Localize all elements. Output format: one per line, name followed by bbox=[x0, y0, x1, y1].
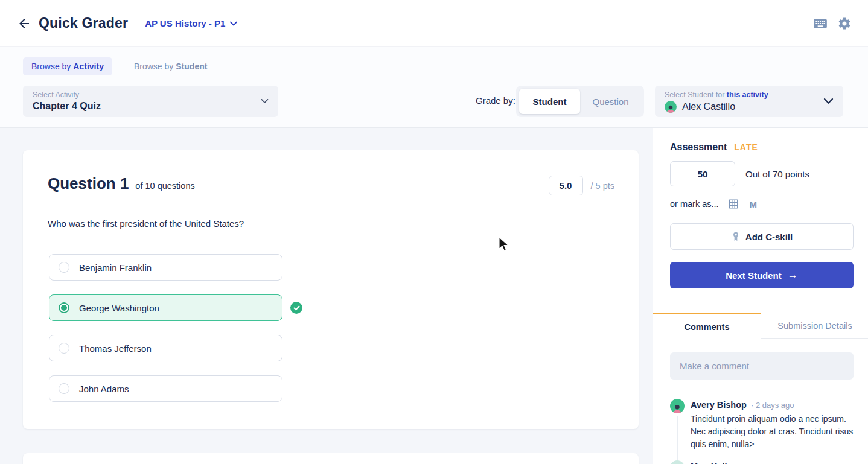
select-activity-label: Select Activity bbox=[33, 91, 269, 99]
sidebar-tab[interactable]: Submission Details bbox=[761, 313, 868, 339]
sidebar-tabs: Comments Submission Details bbox=[653, 313, 868, 339]
main-content-area: Question 1 of 10 questions / 5 pts Who w… bbox=[0, 127, 653, 464]
grade-by-option-label: Student bbox=[533, 97, 567, 107]
grade-by-option-label: Question bbox=[592, 97, 628, 107]
browse-mode-tabs: Browse by Activity Browse by Student bbox=[23, 57, 215, 75]
divider bbox=[665, 392, 868, 392]
arrow-left-icon bbox=[17, 16, 31, 31]
sidebar-tab-label: Comments bbox=[685, 322, 730, 332]
correct-check-icon bbox=[290, 302, 302, 314]
person-icon bbox=[672, 404, 683, 413]
grade-by-option[interactable]: Student bbox=[519, 89, 580, 114]
commenter-avatar bbox=[670, 399, 685, 413]
grade-by-option[interactable]: Question bbox=[580, 89, 641, 114]
next-student-label: Next Student bbox=[726, 270, 782, 281]
course-selector[interactable]: AP US History - P1 bbox=[145, 18, 237, 28]
next-student-button[interactable]: Next Student → bbox=[670, 262, 854, 288]
question-score-max: / 5 pts bbox=[591, 181, 615, 191]
page-title: Quick Grader bbox=[39, 15, 128, 31]
answer-option-label: George Washington bbox=[79, 303, 159, 313]
browse-mode-tab[interactable]: Browse by Activity bbox=[23, 57, 112, 75]
gear-icon bbox=[837, 16, 852, 31]
comment-input[interactable] bbox=[670, 352, 854, 380]
question-title: Question 1 bbox=[48, 174, 129, 193]
answer-option-label: Thomas Jefferson bbox=[79, 343, 152, 354]
select-student-dropdown[interactable]: Select Student for this activity Alex Ca… bbox=[655, 86, 843, 117]
commenter-avatar bbox=[670, 460, 685, 464]
radio-icon bbox=[59, 262, 69, 273]
person-icon bbox=[666, 104, 675, 113]
browse-tab-prefix: Browse by bbox=[134, 62, 173, 71]
keyboard-shortcuts-button[interactable] bbox=[812, 15, 829, 32]
answer-option-label: John Adams bbox=[79, 384, 129, 394]
chevron-down-icon bbox=[261, 98, 269, 104]
select-student-label-emphasis: this activity bbox=[727, 91, 768, 99]
answer-option[interactable]: Benjamin Franklin bbox=[49, 254, 282, 281]
quick-grader-app: Quick Grader AP US History - P1 Browse b… bbox=[0, 0, 868, 464]
browse-tab-emphasis: Student bbox=[176, 62, 207, 71]
divider bbox=[48, 205, 614, 205]
select-activity-dropdown[interactable]: Select Activity Chapter 4 Quiz bbox=[23, 86, 278, 117]
select-student-label: Select Student for this activity bbox=[665, 91, 834, 99]
question-score-input[interactable] bbox=[549, 176, 583, 195]
comment-author: Mrs. Kelly bbox=[691, 462, 732, 464]
score-out-of-label: Out of 70 points bbox=[745, 169, 809, 179]
arrow-right-icon: → bbox=[788, 269, 798, 281]
select-student-value: Alex Castillo bbox=[682, 101, 735, 112]
question-card: Question 1 of 10 questions / 5 pts Who w… bbox=[23, 150, 639, 429]
keyboard-icon bbox=[812, 16, 828, 31]
mark-as-label: or mark as... bbox=[670, 199, 719, 209]
comment-item: Avery Bishop · 2 days ago Tincidunt proi… bbox=[670, 398, 857, 458]
comment-timestamp: · 2 days ago bbox=[751, 401, 794, 410]
chevron-down-icon bbox=[230, 21, 237, 26]
comment-list: Avery Bishop · 2 days ago Tincidunt proi… bbox=[670, 398, 857, 464]
course-name: AP US History - P1 bbox=[145, 18, 225, 28]
radio-icon bbox=[59, 383, 69, 394]
comment-author: Avery Bishop bbox=[691, 400, 747, 410]
answer-option[interactable]: Thomas Jefferson bbox=[49, 335, 282, 361]
answer-option[interactable]: John Adams bbox=[49, 375, 282, 402]
back-button[interactable] bbox=[14, 14, 34, 33]
answer-option[interactable]: George Washington bbox=[49, 294, 282, 321]
mark-missing-button[interactable]: M bbox=[750, 199, 758, 209]
answer-options: Benjamin Franklin George Washington bbox=[49, 254, 314, 416]
medal-icon bbox=[731, 231, 741, 242]
select-activity-value: Chapter 4 Quiz bbox=[33, 101, 269, 112]
assessment-title: Assessment bbox=[670, 142, 727, 153]
overall-score-input[interactable] bbox=[670, 161, 735, 186]
late-status-badge: LATE bbox=[734, 142, 758, 152]
comment-thread-line bbox=[677, 416, 678, 460]
browse-tab-emphasis: Activity bbox=[73, 62, 104, 71]
sidebar-tab[interactable]: Comments bbox=[653, 313, 761, 339]
grade-by-toggle: Student Question bbox=[516, 86, 644, 117]
radio-icon bbox=[59, 302, 69, 313]
radio-icon bbox=[59, 343, 69, 354]
grading-sidebar: Assessment LATE Out of 70 points or mark… bbox=[653, 127, 868, 464]
mark-exempt-button[interactable] bbox=[728, 199, 739, 209]
add-cskill-button[interactable]: Add C-skill bbox=[670, 223, 854, 250]
student-avatar bbox=[665, 101, 677, 113]
filter-row: Select Activity Chapter 4 Quiz Grade by:… bbox=[0, 86, 868, 117]
next-question-card-peek bbox=[23, 453, 639, 464]
comment-item: Mrs. Kelly · 2 days ago bbox=[670, 459, 857, 464]
add-cskill-label: Add C-skill bbox=[745, 232, 793, 242]
app-header: Quick Grader AP US History - P1 bbox=[0, 0, 868, 47]
grid-icon bbox=[728, 199, 739, 209]
select-student-label-prefix: Select Student for bbox=[665, 91, 724, 99]
browse-mode-tab[interactable]: Browse by Student bbox=[126, 57, 215, 75]
comment-text: Tincidunt proin aliquam odio a nec ipsum… bbox=[691, 413, 858, 451]
answer-option-label: Benjamin Franklin bbox=[79, 262, 152, 273]
browse-tab-prefix: Browse by bbox=[31, 62, 71, 71]
settings-button[interactable] bbox=[836, 15, 853, 32]
grade-by-label: Grade by: bbox=[476, 95, 515, 106]
question-score: / 5 pts bbox=[549, 176, 615, 195]
chevron-down-icon bbox=[823, 98, 834, 104]
sidebar-tab-label: Submission Details bbox=[777, 321, 852, 331]
question-subtitle: of 10 questions bbox=[135, 181, 194, 191]
question-prompt: Who was the first president of the Unite… bbox=[48, 218, 244, 229]
